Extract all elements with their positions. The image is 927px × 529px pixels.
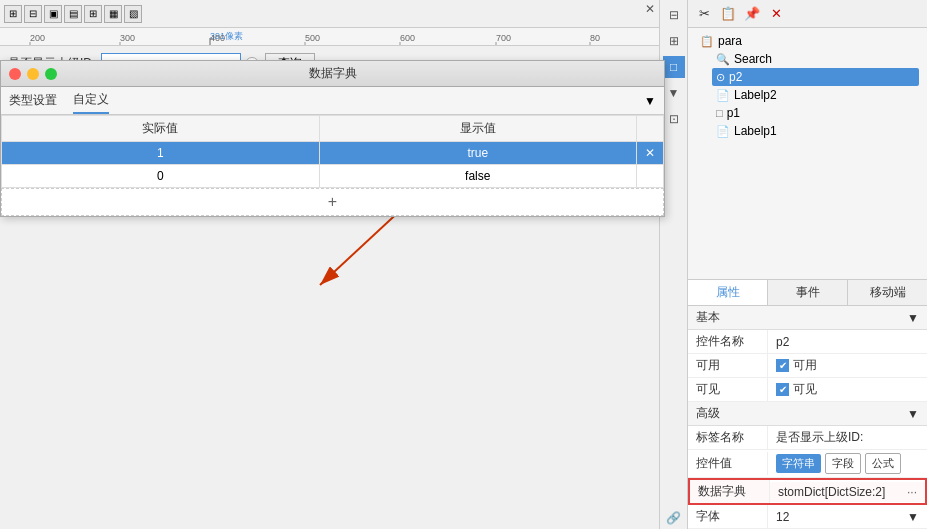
font-dropdown-icon[interactable]: ▼ (907, 510, 919, 524)
para-icon: 📋 (700, 35, 714, 48)
dict-close-dot[interactable] (9, 68, 21, 80)
props-panel: 属性 事件 移动端 基本 ▼ 控件名称 p2 可用 ✔ 可用 可见 ✔ 可见 (688, 279, 927, 529)
tree-item-label-search: Search (734, 52, 772, 66)
row-close-2[interactable] (637, 165, 664, 188)
tree-item-p2[interactable]: ⊙ p2 (712, 68, 919, 86)
tree-item-labelp1[interactable]: 📄 Labelp1 (712, 122, 919, 140)
font-value: 12 (776, 510, 789, 524)
basic-section-header: 基本 ▼ (688, 306, 927, 330)
side-icon-3[interactable]: □ (663, 56, 685, 78)
p2-icon: ⊙ (716, 71, 725, 84)
dict-minimize-dot[interactable] (27, 68, 39, 80)
props-key-enabled: 可用 (688, 354, 768, 377)
tab-props[interactable]: 属性 (688, 280, 768, 305)
copy-icon[interactable]: 📋 (718, 4, 738, 24)
tree-item-para[interactable]: 📋 para (696, 32, 919, 50)
row-display-2: false (319, 165, 637, 188)
ctrlvalue-formula-btn[interactable]: 公式 (865, 453, 901, 474)
dict-table: 实际值 显示值 1 true ✕ 0 false (1, 115, 664, 188)
props-key-visible: 可见 (688, 378, 768, 401)
dict-maximize-dot[interactable] (45, 68, 57, 80)
dict-title: 数据字典 (309, 65, 357, 82)
props-key-dict: 数据字典 (690, 480, 770, 503)
props-value-name[interactable]: p2 (768, 332, 927, 352)
props-row-name: 控件名称 p2 (688, 330, 927, 354)
props-row-ctrlvalue: 控件值 字符串 字段 公式 (688, 450, 927, 478)
ruler-ticks (0, 28, 659, 46)
dict-tab-type[interactable]: 类型设置 (9, 88, 57, 113)
delete-icon[interactable]: ✕ (766, 4, 786, 24)
props-row-font: 字体 12 ▼ (688, 505, 927, 529)
scissors-icon[interactable]: ✂ (694, 4, 714, 24)
toolbar-icon-1[interactable]: ⊞ (4, 5, 22, 23)
toolbar-icon-5[interactable]: ⊞ (84, 5, 102, 23)
side-icon-6[interactable]: 🔗 (663, 507, 685, 529)
tab-mobile[interactable]: 移动端 (848, 280, 927, 305)
tree-item-label-p2: p2 (729, 70, 742, 84)
ctrlvalue-field-btn[interactable]: 字段 (825, 453, 861, 474)
advanced-section-header: 高级 ▼ (688, 402, 927, 426)
right-panel: ✂ 📋 📌 ✕ 📋 para 🔍 Search ⊙ p2 📄 Labelp2 □… (687, 0, 927, 529)
table-row[interactable]: 1 true ✕ (2, 142, 664, 165)
row-display-1: true (319, 142, 637, 165)
props-value-tagname[interactable]: 是否显示上级ID: (768, 426, 927, 449)
props-row-tagname: 标签名称 是否显示上级ID: (688, 426, 927, 450)
dict-value-text: stomDict[DictSize:2] (778, 485, 885, 499)
tree-item-label-para: para (718, 34, 742, 48)
props-row-dict: 数据字典 stomDict[DictSize:2] ··· (688, 478, 927, 505)
props-value-visible[interactable]: ✔ 可见 (768, 378, 927, 401)
col-actions-header (637, 116, 664, 142)
right-panel-toolbar: ✂ 📋 📌 ✕ (688, 0, 927, 28)
tree-item-p1[interactable]: □ p1 (712, 104, 919, 122)
props-value-font[interactable]: 12 ▼ (768, 507, 927, 527)
dict-tab-custom[interactable]: 自定义 (73, 87, 109, 114)
toolbar-icon-7[interactable]: ▧ (124, 5, 142, 23)
row-actual-1: 1 (2, 142, 320, 165)
tree-item-search[interactable]: 🔍 Search (712, 50, 919, 68)
basic-section-label: 基本 (696, 309, 720, 326)
toolbar-icon-2[interactable]: ⊟ (24, 5, 42, 23)
dict-tabs: 类型设置 自定义 ▼ (1, 87, 664, 115)
basic-section-arrow[interactable]: ▼ (907, 311, 919, 325)
props-value-dict[interactable]: stomDict[DictSize:2] ··· (770, 482, 925, 502)
side-icon-4[interactable]: ▼ (663, 82, 685, 104)
dict-more-btn[interactable]: ··· (907, 485, 917, 499)
dict-window: 数据字典 类型设置 自定义 ▼ 实际值 显示值 1 true ✕ (0, 60, 665, 217)
tree-item-label-labelp1: Labelp1 (734, 124, 777, 138)
props-key-font: 字体 (688, 505, 768, 528)
advanced-section-arrow[interactable]: ▼ (907, 407, 919, 421)
p1-icon: □ (716, 107, 723, 119)
checkbox-visible-label: 可见 (793, 381, 817, 398)
close-button[interactable]: ✕ (645, 2, 655, 16)
checkbox-enabled[interactable]: ✔ (776, 359, 789, 372)
tab-events[interactable]: 事件 (768, 280, 848, 305)
props-row-visible: 可见 ✔ 可见 (688, 378, 927, 402)
labelp1-icon: 📄 (716, 125, 730, 138)
dict-tab-dropdown[interactable]: ▼ (644, 94, 656, 108)
checkbox-enabled-label: 可用 (793, 357, 817, 374)
add-row-button[interactable]: + (1, 188, 664, 216)
ctrlvalue-string-btn[interactable]: 字符串 (776, 454, 821, 473)
props-key-ctrlvalue: 控件值 (688, 452, 768, 475)
col-actual-header: 实际值 (2, 116, 320, 142)
tree-item-label-labelp2: Labelp2 (734, 88, 777, 102)
tree-item-labelp2[interactable]: 📄 Labelp2 (712, 86, 919, 104)
toolbar-icon-4[interactable]: ▤ (64, 5, 82, 23)
checkbox-visible[interactable]: ✔ (776, 383, 789, 396)
toolbar-icon-6[interactable]: ▦ (104, 5, 122, 23)
toolbar-icon-3[interactable]: ▣ (44, 5, 62, 23)
row-close-1[interactable]: ✕ (637, 142, 664, 165)
paste-icon[interactable]: 📌 (742, 4, 762, 24)
props-tabs: 属性 事件 移动端 (688, 280, 927, 306)
dict-titlebar: 数据字典 (1, 61, 664, 87)
labelp2-icon: 📄 (716, 89, 730, 102)
side-icon-5[interactable]: ⊡ (663, 108, 685, 130)
side-icon-2[interactable]: ⊞ (663, 30, 685, 52)
table-row[interactable]: 0 false (2, 165, 664, 188)
side-icon-1[interactable]: ⊟ (663, 4, 685, 26)
props-row-enabled: 可用 ✔ 可用 (688, 354, 927, 378)
col-display-header: 显示值 (319, 116, 637, 142)
advanced-section-label: 高级 (696, 405, 720, 422)
props-key-name: 控件名称 (688, 330, 768, 353)
props-value-enabled[interactable]: ✔ 可用 (768, 354, 927, 377)
